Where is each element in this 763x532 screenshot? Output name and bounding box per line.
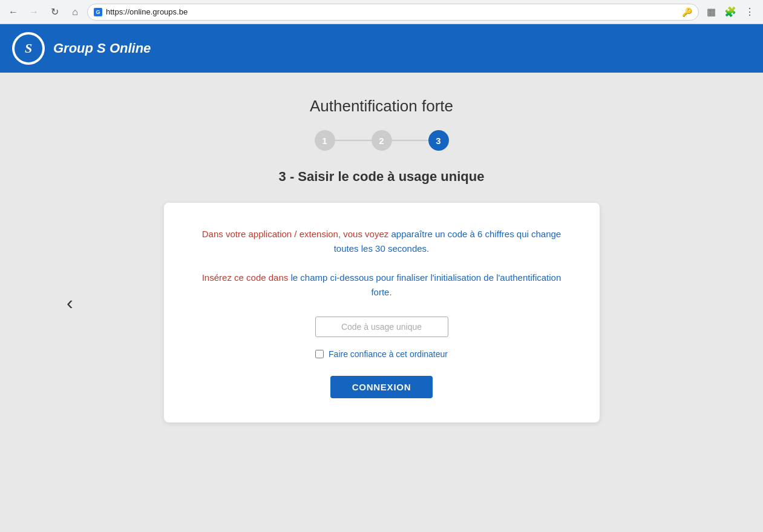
brand-name: Group S Online bbox=[53, 41, 151, 56]
browser-chrome: ← → ↻ ⌂ G https://online.groups.be 🔑 ▦ 🧩… bbox=[0, 0, 763, 24]
site-logo: S Group S Online bbox=[12, 32, 151, 65]
url-text: https://online.groups.be bbox=[106, 7, 678, 16]
instruction-highlight: le champ ci-dessous pour finaliser l'ini… bbox=[290, 272, 561, 297]
site-header: S Group S Online bbox=[0, 24, 763, 73]
back-button[interactable]: ← bbox=[5, 4, 22, 21]
step-subtitle: 3 - Saisir le code à usage unique bbox=[279, 169, 485, 185]
step-indicators: 1 2 3 bbox=[315, 130, 449, 151]
main-content: ‹ Authentification forte 1 2 3 3 - Saisi… bbox=[0, 73, 763, 532]
step-2-circle: 2 bbox=[372, 130, 392, 151]
profile-button[interactable]: 🧩 bbox=[722, 4, 739, 21]
key-icon: 🔑 bbox=[682, 7, 692, 17]
step-line-1 bbox=[335, 140, 372, 141]
browser-toolbar: ▦ 🧩 ⋮ bbox=[702, 4, 758, 21]
logo-s-letter: S bbox=[25, 41, 32, 56]
qr-button[interactable]: ▦ bbox=[702, 4, 719, 21]
logo-badge-inner: S bbox=[15, 34, 42, 62]
home-button[interactable]: ⌂ bbox=[67, 4, 84, 21]
trust-computer-checkbox[interactable] bbox=[315, 350, 324, 358]
step-line-2 bbox=[392, 140, 428, 141]
address-bar[interactable]: G https://online.groups.be 🔑 bbox=[87, 4, 699, 21]
reload-button[interactable]: ↻ bbox=[46, 4, 63, 21]
back-arrow-button[interactable]: ‹ bbox=[67, 293, 73, 312]
connexion-button[interactable]: CONNEXION bbox=[330, 376, 433, 398]
code-input[interactable] bbox=[315, 317, 448, 337]
favicon: G bbox=[94, 8, 102, 16]
info-text-part1: Dans votre application / extension, vous… bbox=[202, 229, 391, 239]
checkbox-row: Faire confiance à cet ordinateur bbox=[200, 349, 563, 359]
logo-badge: S bbox=[12, 32, 45, 65]
instruction-part1: Insérez ce code dans bbox=[202, 272, 291, 283]
forward-button[interactable]: → bbox=[25, 4, 42, 21]
step-3-circle: 3 bbox=[428, 130, 449, 151]
card-instruction: Insérez ce code dans le champ ci-dessous… bbox=[200, 271, 563, 300]
menu-button[interactable]: ⋮ bbox=[741, 4, 758, 21]
page-title: Authentification forte bbox=[310, 97, 453, 116]
center-content: Authentification forte 1 2 3 3 - Saisir … bbox=[164, 97, 600, 508]
trust-computer-label[interactable]: Faire confiance à cet ordinateur bbox=[329, 349, 448, 359]
step-1-circle: 1 bbox=[315, 130, 335, 151]
card: Dans votre application / extension, vous… bbox=[164, 203, 600, 422]
card-info-text: Dans votre application / extension, vous… bbox=[200, 227, 563, 256]
